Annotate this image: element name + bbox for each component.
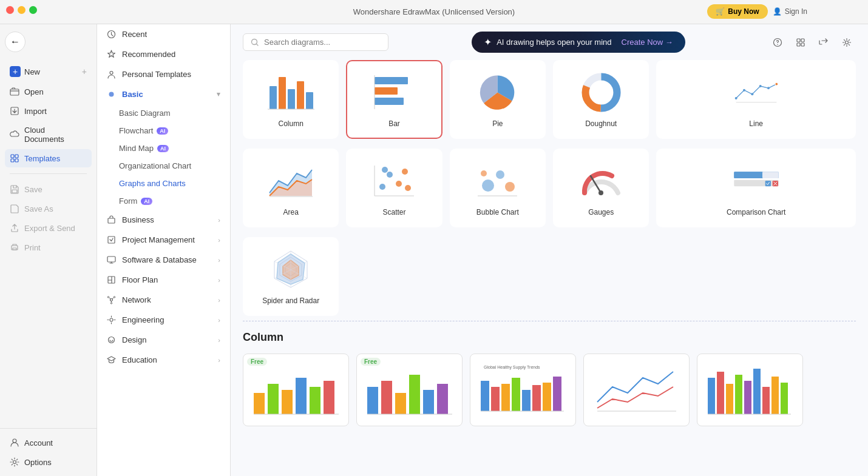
nav-floor-label: Floor Plan (122, 275, 158, 284)
svg-rect-106 (543, 383, 551, 411)
sidebar-divider (10, 173, 87, 174)
nav-floor[interactable]: Floor Plan › (97, 270, 230, 290)
template-card-3[interactable]: Global Healthy Supply Trends (470, 354, 576, 426)
sidebar-item-open[interactable]: Open (5, 82, 92, 101)
svg-point-62 (482, 179, 494, 192)
sidebar-item-account[interactable]: Account (5, 434, 92, 452)
template-card-4[interactable] (583, 354, 690, 426)
svg-rect-72 (762, 172, 779, 178)
bar-preview (370, 71, 418, 113)
svg-point-64 (505, 182, 515, 192)
search-bar[interactable] (243, 33, 388, 51)
svg-rect-95 (409, 375, 420, 414)
nav-graphs-charts[interactable]: Graphs and Charts (97, 175, 230, 192)
account-label: Account (24, 438, 53, 448)
cart-icon: 🛒 (716, 7, 725, 16)
svg-point-12 (110, 72, 113, 75)
sidebar-item-cloud[interactable]: Cloud Documents (5, 121, 92, 148)
chart-doughnut[interactable]: Doughnut (553, 60, 649, 139)
svg-rect-86 (268, 384, 279, 414)
charts-area: Column Bar (231, 60, 868, 476)
nav-business[interactable]: Business › (97, 210, 230, 230)
nav-education[interactable]: Education › (97, 350, 230, 370)
sidebar-item-print[interactable]: Print (5, 238, 92, 256)
chart-line[interactable]: Line (656, 60, 856, 139)
nav-basic-diagram[interactable]: Basic Diagram (97, 104, 230, 122)
sidebar-item-save[interactable]: Save (5, 180, 92, 198)
svg-rect-118 (781, 383, 788, 414)
settings-button[interactable] (838, 33, 856, 52)
template-card-2[interactable]: Free (356, 354, 463, 426)
design-chevron: › (218, 337, 220, 344)
new-button[interactable]: + New + (5, 62, 92, 81)
chart-area[interactable]: Area (243, 149, 339, 227)
back-button[interactable]: ← (5, 32, 25, 52)
chart-gauges[interactable]: Gauges (553, 149, 649, 227)
options-label: Options (24, 458, 52, 467)
nav-software[interactable]: Software & Database › (97, 250, 230, 270)
search-icon (251, 38, 259, 47)
nav-personal[interactable]: Personal Templates (97, 64, 230, 84)
nav-form[interactable]: FormAI (97, 192, 230, 210)
nav-recent[interactable]: Recent (97, 24, 230, 44)
svg-rect-30 (801, 43, 804, 46)
sidebar-item-options[interactable]: Options (5, 453, 92, 471)
column-label: Column (278, 119, 303, 128)
nav-recommended[interactable]: Recommended (97, 44, 230, 64)
nav-mindmap[interactable]: Mind MapAI (97, 139, 230, 157)
svg-point-19 (107, 297, 109, 298)
nav-flowchart[interactable]: FlowchartAI (97, 122, 230, 139)
svg-rect-88 (296, 378, 307, 414)
help-button[interactable] (768, 33, 787, 52)
close-button[interactable] (6, 6, 14, 14)
svg-rect-114 (744, 381, 751, 414)
engineering-chevron: › (218, 317, 220, 324)
minimize-button[interactable] (18, 6, 25, 14)
buy-now-button[interactable]: 🛒 Buy Now (707, 4, 767, 19)
nav-basic-label: Basic (122, 90, 143, 99)
maximize-button[interactable] (29, 6, 37, 14)
chart-bar[interactable]: Bar (346, 60, 442, 139)
line-preview (732, 71, 781, 113)
template-card-5[interactable] (697, 354, 803, 426)
sidebar-item-import[interactable]: Import (5, 102, 92, 120)
nav-design[interactable]: Design › (97, 330, 230, 350)
sign-in-button[interactable]: 👤 Sign In (773, 7, 807, 16)
sidebar-item-export[interactable]: Export & Send (5, 219, 92, 237)
grid-button[interactable] (792, 33, 810, 52)
svg-rect-39 (375, 87, 398, 95)
ai-banner-cta[interactable]: Create Now → (622, 38, 673, 47)
nav-engineering[interactable]: Engineering › (97, 310, 230, 330)
svg-rect-33 (279, 77, 286, 109)
column-preview (266, 71, 315, 113)
svg-rect-89 (310, 387, 320, 414)
sidebar-item-templates[interactable]: Templates (5, 149, 92, 167)
nav-org-chart[interactable]: Organizational Chart (97, 157, 230, 175)
ai-banner[interactable]: ✦ AI drawing helps open your mind Create… (472, 32, 685, 53)
nav-project[interactable]: Project Management › (97, 230, 230, 250)
saveas-label: Save As (24, 204, 53, 213)
share-button[interactable] (815, 33, 833, 52)
options-icon (10, 457, 19, 467)
nav-network[interactable]: Network › (97, 290, 230, 310)
ai-banner-text: AI drawing helps open your mind (497, 38, 611, 47)
svg-rect-102 (501, 384, 510, 411)
chart-scatter[interactable]: Scatter (346, 149, 442, 227)
chart-pie[interactable]: Pie (450, 60, 546, 139)
svg-rect-97 (437, 384, 448, 414)
svg-point-20 (114, 297, 115, 298)
new-plus-icon: + (10, 66, 21, 77)
chart-comparison[interactable]: Comparison Chart (656, 149, 856, 227)
pie-label: Pie (492, 119, 503, 128)
template-card-1[interactable]: Free (243, 354, 349, 426)
svg-text:Global Healthy Supply Trends: Global Healthy Supply Trends (484, 365, 540, 370)
nav-basic[interactable]: Basic ▾ (97, 84, 230, 104)
search-input[interactable] (264, 38, 373, 47)
template-row: Free Free (243, 354, 856, 426)
chart-column[interactable]: Column (243, 60, 339, 139)
sidebar-item-saveas[interactable]: Save As (5, 199, 92, 218)
chart-spider[interactable]: Spider and Radar (243, 237, 339, 316)
svg-rect-4 (11, 159, 14, 162)
chart-bubble[interactable]: Bubble Chart (450, 149, 546, 227)
export-label: Export & Send (24, 224, 75, 233)
